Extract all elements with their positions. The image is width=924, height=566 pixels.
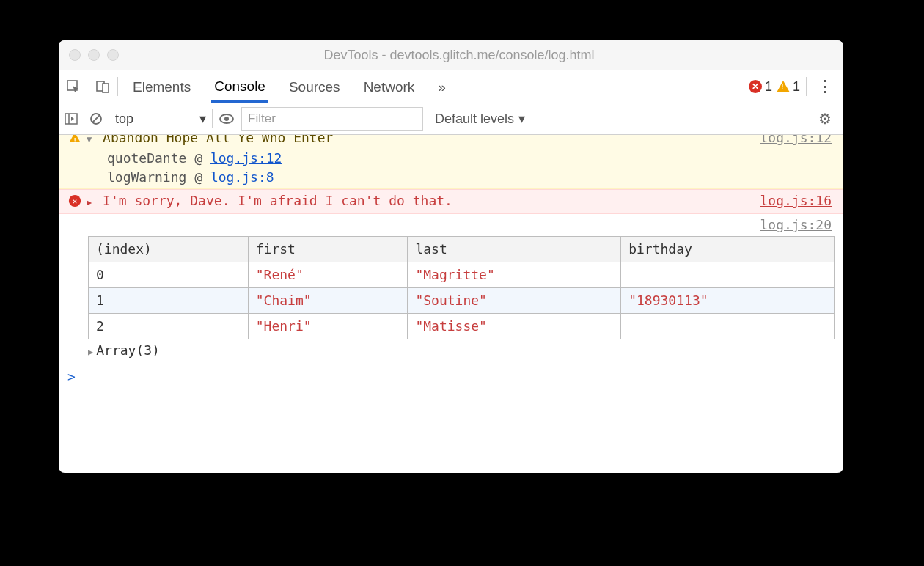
- stack-frame: quoteDante @ log.js:12: [87, 149, 760, 168]
- table-source-link[interactable]: log.js:20: [760, 216, 835, 235]
- console-table: (index) first last birthday 0 "René" "Ma…: [88, 236, 835, 339]
- expand-caret-icon[interactable]: ▼: [87, 135, 92, 149]
- error-icon: ✕: [749, 80, 762, 93]
- toggle-console-sidebar-icon[interactable]: [59, 112, 84, 125]
- console-warning-entry[interactable]: ▼ Abandon Hope All Ye Who Enter quoteDan…: [59, 135, 843, 189]
- tab-elements[interactable]: Elements: [130, 72, 194, 101]
- table-header-birthday[interactable]: birthday: [621, 237, 835, 262]
- console-table-entry: log.js:20: [59, 214, 843, 236]
- table-header-first[interactable]: first: [248, 237, 408, 262]
- devtools-window: DevTools - devtools.glitch.me/console/lo…: [59, 40, 843, 473]
- table-row[interactable]: 0 "René" "Magritte": [89, 262, 835, 288]
- traffic-close[interactable]: [69, 49, 81, 61]
- source-link[interactable]: log.js:12: [210, 150, 282, 166]
- execution-context-selector[interactable]: top ▾: [109, 111, 212, 127]
- log-levels-selector[interactable]: Default levels ▾: [429, 111, 531, 127]
- warning-source-link[interactable]: log.js:12: [760, 135, 835, 147]
- table-header-index[interactable]: (index): [89, 237, 249, 262]
- chevron-down-icon: ▾: [199, 111, 206, 127]
- warning-count-badge[interactable]: 1: [777, 79, 800, 95]
- tab-network[interactable]: Network: [361, 72, 418, 101]
- tab-sources[interactable]: Sources: [286, 72, 343, 101]
- console-toolbar: top ▾ Default levels ▾ ⚙: [59, 103, 843, 135]
- expand-caret-icon[interactable]: ▶: [88, 342, 93, 361]
- tab-console[interactable]: Console: [211, 71, 268, 103]
- titlebar: DevTools - devtools.glitch.me/console/lo…: [59, 40, 843, 70]
- chevron-down-icon: ▾: [518, 111, 525, 127]
- warning-count: 1: [793, 79, 800, 95]
- table-row[interactable]: 1 "Chaim" "Soutine" "18930113": [89, 288, 835, 314]
- error-message: I'm sorry, Dave. I'm afraid I can't do t…: [103, 193, 452, 208]
- context-label: top: [115, 111, 133, 127]
- error-count: 1: [765, 79, 772, 95]
- error-icon: ✕: [69, 195, 81, 207]
- warning-icon: [70, 135, 80, 142]
- tabs-overflow[interactable]: »: [435, 72, 449, 101]
- traffic-lights: [59, 49, 119, 61]
- source-link[interactable]: log.js:8: [210, 169, 274, 185]
- console-log-pane: ▼ Abandon Hope All Ye Who Enter quoteDan…: [59, 135, 843, 473]
- console-error-entry[interactable]: ✕ ▶ I'm sorry, Dave. I'm afraid I can't …: [59, 189, 843, 214]
- warning-message: Abandon Hope All Ye Who Enter: [103, 135, 333, 145]
- live-expression-icon[interactable]: [213, 112, 241, 125]
- traffic-zoom[interactable]: [107, 49, 119, 61]
- svg-rect-2: [103, 84, 109, 92]
- table-row[interactable]: 2 "Henri" "Matisse": [89, 314, 835, 339]
- svg-point-8: [224, 117, 229, 121]
- window-title: DevTools - devtools.glitch.me/console/lo…: [119, 48, 843, 63]
- main-toolbar: Elements Console Sources Network » ✕ 1 1…: [59, 70, 843, 103]
- console-settings-icon[interactable]: ⚙: [813, 110, 843, 128]
- warning-icon: [777, 81, 790, 92]
- filter-input[interactable]: [241, 107, 423, 131]
- prompt-caret-icon: >: [67, 369, 76, 384]
- panel-tabs: Elements Console Sources Network »: [122, 71, 456, 103]
- table-underlying-array[interactable]: ▶Array(3): [59, 339, 843, 363]
- stack-frame: logWarning @ log.js:8: [87, 168, 760, 187]
- more-options-icon[interactable]: ⋮: [807, 77, 843, 96]
- expand-caret-icon[interactable]: ▶: [87, 193, 92, 212]
- device-toolbar-icon[interactable]: [88, 79, 117, 94]
- levels-label: Default levels: [435, 111, 514, 127]
- error-source-link[interactable]: log.js:16: [760, 191, 835, 210]
- svg-line-6: [92, 115, 100, 122]
- table-header-last[interactable]: last: [408, 237, 621, 262]
- error-count-badge[interactable]: ✕ 1: [749, 79, 772, 95]
- inspect-element-icon[interactable]: [59, 79, 88, 94]
- traffic-minimize[interactable]: [88, 49, 100, 61]
- console-prompt[interactable]: >: [59, 363, 843, 391]
- clear-console-icon[interactable]: [84, 112, 109, 125]
